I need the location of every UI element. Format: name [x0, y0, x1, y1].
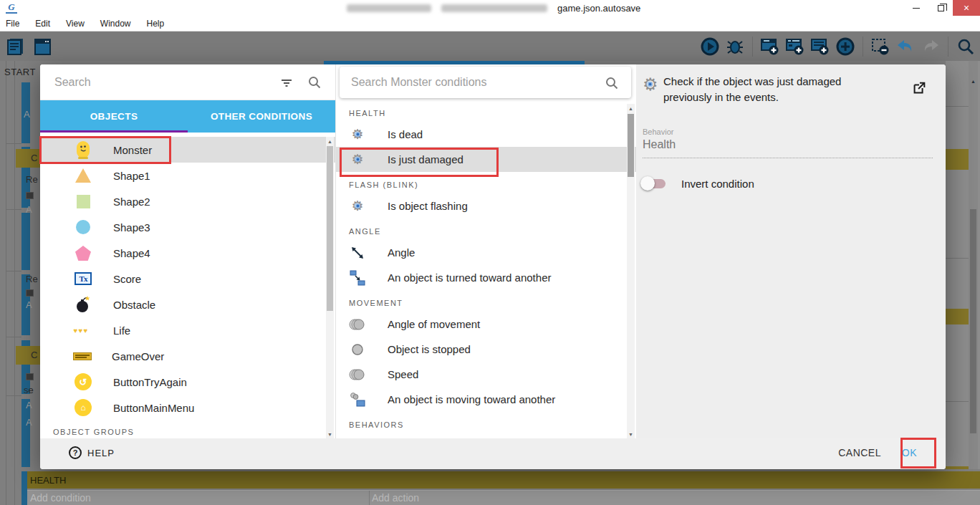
object-search-field[interactable]: Search — [40, 64, 335, 100]
stopped-circle-icon — [349, 341, 366, 358]
scene-editor-tab-icon[interactable] — [33, 37, 53, 57]
add-comment-button[interactable] — [810, 37, 830, 57]
object-row-gameover[interactable]: GameOver — [40, 343, 335, 369]
gear-icon — [349, 126, 366, 143]
condition-picker-panel: Search Monster conditions HEALTH Is dead… — [335, 64, 636, 438]
menu-view[interactable]: View — [66, 19, 85, 29]
dimmed-add-condition: Add condition — [30, 492, 91, 504]
cancel-button[interactable]: CANCEL — [838, 447, 881, 458]
close-icon: × — [964, 2, 969, 14]
condition-list-scrollbar[interactable]: ▲ ▼ — [627, 104, 635, 438]
search-events-icon[interactable] — [956, 37, 976, 57]
events-scrollbar[interactable]: ▲ — [969, 61, 978, 471]
run-game-button[interactable] — [700, 37, 720, 57]
menu-edit[interactable]: Edit — [35, 19, 50, 29]
open-in-new-icon[interactable] — [911, 80, 927, 99]
object-row-buttonmainmenu[interactable]: ButtonMainMenu — [40, 395, 335, 420]
close-button[interactable]: × — [953, 0, 980, 16]
object-row-shape4[interactable]: Shape4 — [40, 240, 335, 266]
app-logo-icon: G — [6, 2, 17, 14]
condition-row-is-object-flashing[interactable]: Is object flashing — [336, 193, 636, 218]
condition-row-speed[interactable]: Speed — [336, 362, 636, 387]
object-row-shape2[interactable]: Shape2 — [40, 188, 335, 214]
dimmed-add-row: Add condition Add action — [27, 490, 980, 505]
condition-row-is-dead[interactable]: Is dead — [336, 122, 636, 147]
menu-help[interactable]: Help — [147, 19, 165, 29]
annotation-ok — [900, 438, 936, 468]
add-other-event-button[interactable] — [835, 37, 855, 57]
object-picker-panel: Search OBJECTS OTHER CONDITIONS Monster — [40, 64, 335, 438]
picker-tabs: OBJECTS OTHER CONDITIONS — [40, 100, 335, 133]
banner-icon — [72, 346, 93, 366]
condition-search-placeholder: Search Monster conditions — [351, 76, 486, 89]
object-row-score[interactable]: Score — [40, 266, 335, 292]
dimmed-add-action: Add action — [372, 492, 419, 504]
add-event-button[interactable] — [760, 37, 780, 57]
help-button[interactable]: ? HELP — [69, 446, 115, 459]
triangle-icon — [75, 165, 92, 186]
dimmed-start-label: START — [4, 67, 36, 77]
section-movement: MOVEMENT — [336, 290, 636, 312]
menu-file[interactable]: File — [6, 19, 19, 29]
dimmed-action-icon — [27, 290, 33, 296]
events-sheet-bottom: HEALTH Add condition Add action — [0, 469, 980, 505]
dimmed-action-icon — [27, 374, 33, 380]
tab-objects[interactable]: OBJECTS — [40, 100, 188, 133]
section-angle: ANGLE — [336, 218, 636, 240]
gear-icon — [643, 74, 658, 94]
square-icon — [75, 191, 92, 211]
behavior-field-underline — [643, 158, 933, 158]
turned-toward-icon — [349, 269, 366, 287]
search-icon — [307, 74, 322, 93]
object-row-shape1[interactable]: Shape1 — [40, 163, 335, 188]
object-list-scrollbar-thumb[interactable] — [327, 146, 333, 311]
events-sheet-left-edge: START A C Re A Re A C se A A — [0, 61, 40, 471]
redacted-title-segment — [347, 4, 431, 12]
section-behaviors: BEHAVIORS — [336, 412, 636, 433]
scroll-down-icon[interactable]: ▼ — [326, 430, 334, 438]
debug-button[interactable] — [725, 37, 745, 57]
scroll-up-icon[interactable]: ▲ — [627, 104, 635, 112]
dimmed-health-event-bar: HEALTH — [27, 471, 980, 489]
hearts-icon — [69, 320, 93, 340]
redo-icon[interactable] — [921, 37, 941, 57]
section-health: HEALTH — [336, 100, 636, 122]
condition-search-field[interactable]: Search Monster conditions — [340, 67, 631, 98]
behavior-field-value[interactable]: Health — [643, 138, 676, 151]
minimize-button[interactable] — [904, 0, 928, 16]
scroll-up-icon[interactable]: ▲ — [326, 137, 334, 145]
condition-row-turned-toward[interactable]: An object is turned toward another — [336, 265, 636, 290]
scroll-down-icon[interactable]: ▼ — [627, 430, 635, 438]
toolbar — [0, 32, 980, 61]
object-row-obstacle[interactable]: Obstacle — [40, 292, 335, 317]
add-subevent-button[interactable] — [785, 37, 805, 57]
annotation-is-just-damaged — [340, 148, 499, 177]
retry-button-icon — [75, 372, 92, 392]
dimmed-action-icon — [27, 193, 33, 198]
condition-details-panel: Check if the object was just damaged pre… — [636, 64, 946, 438]
movement-circles-icon — [349, 316, 366, 333]
condition-list-scrollbar-thumb[interactable] — [628, 114, 634, 177]
object-list: Monster Shape1 Shape2 Shape3 Shape4 — [40, 133, 335, 438]
restore-button[interactable] — [928, 0, 953, 16]
object-row-life[interactable]: Life — [40, 317, 335, 343]
condition-row-moving-toward[interactable]: An object is moving toward another — [336, 387, 636, 412]
menu-bar: File Edit View Window Help — [0, 16, 980, 32]
delete-event-button[interactable] — [870, 37, 890, 57]
events-sheet-tab-icon[interactable] — [6, 37, 26, 57]
object-list-scrollbar[interactable]: ▲ ▼ — [326, 137, 334, 438]
condition-row-object-is-stopped[interactable]: Object is stopped — [336, 337, 636, 362]
object-row-shape3[interactable]: Shape3 — [40, 214, 335, 240]
window-title-text: game.json.autosave — [557, 3, 640, 14]
undo-icon[interactable] — [895, 37, 916, 57]
object-row-buttontryagain[interactable]: ButtonTryAgain — [40, 369, 335, 395]
condition-row-angle[interactable]: Angle — [336, 240, 636, 265]
condition-row-angle-of-movement[interactable]: Angle of movement — [336, 312, 636, 337]
events-scrollbar-thumb[interactable] — [970, 209, 976, 433]
menu-window[interactable]: Window — [100, 19, 131, 29]
redacted-title-segment — [441, 4, 547, 12]
filter-icon[interactable] — [279, 75, 294, 92]
tab-other-conditions[interactable]: OTHER CONDITIONS — [188, 100, 335, 133]
invert-condition-toggle[interactable] — [643, 179, 666, 188]
dialog-footer: ? HELP CANCEL OK — [40, 438, 946, 469]
